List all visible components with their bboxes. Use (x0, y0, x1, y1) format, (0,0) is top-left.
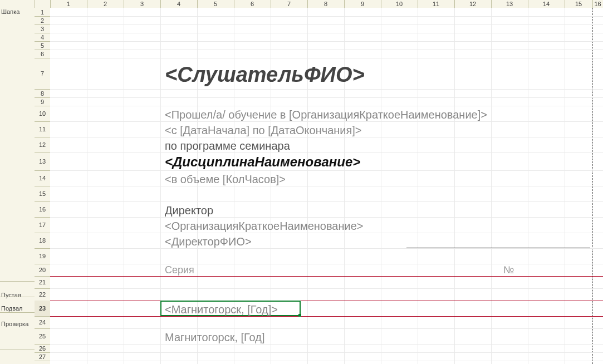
row-header-18[interactable]: 18 (35, 233, 50, 249)
cell-director-label[interactable]: Директор (163, 203, 215, 218)
signature-line (406, 248, 590, 248)
column-header-row: 1 2 3 4 5 6 7 8 9 10 11 12 13 14 15 16 (0, 0, 603, 8)
row-header-27[interactable]: 27 (35, 352, 50, 361)
row-header-5[interactable]: 5 (35, 41, 50, 50)
row-header-13[interactable]: 13 (35, 153, 50, 171)
section-header-corner (0, 0, 35, 8)
row-header-6[interactable]: 6 (35, 50, 50, 58)
row-header-23[interactable]: 23 (35, 301, 50, 317)
col-header-8[interactable]: 8 (307, 0, 345, 8)
row-header-9[interactable]: 9 (35, 97, 50, 106)
row-header-22[interactable]: 22 (35, 288, 50, 301)
row-header-11[interactable]: 11 (35, 121, 50, 137)
row-header-3[interactable]: 3 (35, 24, 50, 33)
section-empty-label: Пустая (1, 292, 21, 298)
row-number-column: 1 2 3 4 5 6 7 8 9 10 11 12 13 14 15 16 1… (35, 8, 51, 364)
cell-listener-fio[interactable]: <СлушательФИО> (163, 62, 367, 88)
row-header-26[interactable]: 26 (35, 344, 50, 353)
col-header-5[interactable]: 5 (197, 0, 234, 8)
row-header-19[interactable]: 19 (35, 248, 50, 264)
row-header-4[interactable]: 4 (35, 33, 50, 42)
row-header-15[interactable]: 15 (35, 186, 50, 202)
cell-city-year-2[interactable]: Магнитогорск, [Год] (163, 330, 267, 345)
cell-org-short-name[interactable]: <ОрганизацияКраткоеНаименование> (163, 219, 365, 233)
cell-director-fio[interactable]: <ДиректорФИО> (163, 234, 254, 249)
cell-passed-training[interactable]: <Прошел/а/ обучение в [ОрганизацияКратко… (163, 107, 489, 122)
spreadsheet-grid[interactable]: <СлушательФИО> <Прошел/а/ обучение в [Ор… (50, 8, 603, 364)
row-header-17[interactable]: 17 (35, 217, 50, 233)
section-column: Шапка Пустая Подвал Проверка (0, 8, 35, 364)
cell-discipline-name[interactable]: <ДисциплинаНаименование> (163, 154, 362, 170)
col-header-6[interactable]: 6 (234, 0, 271, 8)
col-header-16[interactable]: 16 (592, 0, 603, 8)
cell-program-text[interactable]: по программе семинара (163, 139, 292, 153)
row-header-14[interactable]: 14 (35, 170, 50, 186)
section-check-label: Проверка (1, 321, 28, 327)
col-header-13[interactable]: 13 (491, 0, 528, 8)
col-header-7[interactable]: 7 (271, 0, 308, 8)
cell-series-label[interactable]: Серия (163, 264, 197, 277)
col-header-15[interactable]: 15 (565, 0, 593, 8)
col-header-10[interactable]: 10 (381, 0, 418, 8)
col-header-9[interactable]: 9 (344, 0, 381, 8)
cell-date-range[interactable]: <с [ДатаНачала] по [ДатаОкончания]> (163, 123, 364, 137)
row-header-20[interactable]: 20 (35, 264, 50, 277)
col-header-1[interactable]: 1 (50, 0, 87, 8)
row-header-21[interactable]: 21 (35, 276, 50, 289)
col-header-14[interactable]: 14 (528, 0, 565, 8)
col-header-12[interactable]: 12 (454, 0, 492, 8)
row-header-2[interactable]: 2 (35, 16, 50, 25)
col-header-11[interactable]: 11 (418, 0, 455, 8)
cell-number-label[interactable]: № (501, 264, 516, 277)
section-footer-label: Подвал (1, 305, 22, 312)
row-header-16[interactable]: 16 (35, 201, 50, 218)
row-header-7[interactable]: 7 (35, 58, 50, 90)
row-header-1[interactable]: 1 (35, 8, 50, 17)
row-header-10[interactable]: 10 (35, 106, 50, 122)
row-header-25[interactable]: 25 (35, 328, 50, 345)
col-header-4[interactable]: 4 (160, 0, 198, 8)
cell-city-year-1[interactable]: <Магнитогорск, [Год]> (163, 302, 280, 317)
row-header-12[interactable]: 12 (35, 137, 50, 153)
row-header-24[interactable]: 24 (35, 316, 50, 329)
row-header-8[interactable]: 8 (35, 89, 50, 98)
section-header-label: Шапка (1, 8, 19, 15)
cell-hours[interactable]: <в объеме [КолЧасов]> (163, 172, 288, 186)
col-header-3[interactable]: 3 (124, 0, 161, 8)
rownum-header-corner (35, 0, 51, 8)
col-header-2[interactable]: 2 (87, 0, 124, 8)
